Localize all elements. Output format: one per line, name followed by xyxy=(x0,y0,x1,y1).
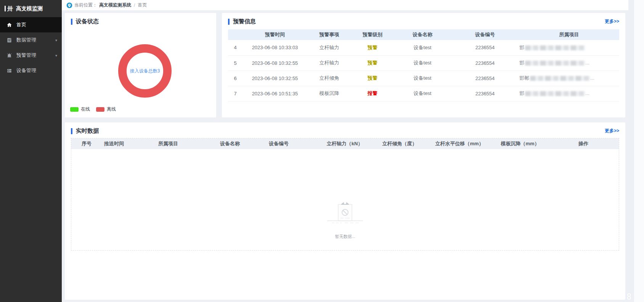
warning-time: 2023-06-08 10:32:55 xyxy=(243,71,307,86)
sidebar-item-label: 数据管理 xyxy=(16,37,36,43)
panel-title-realtime: 实时数据 xyxy=(71,127,99,135)
sidebar-item-label: 首页 xyxy=(16,21,26,28)
breadcrumb-root[interactable]: 高支模监测系统 xyxy=(99,2,131,8)
device-code: 2236554 xyxy=(451,40,519,55)
breadcrumb-separator: / xyxy=(134,3,135,8)
redacted-text xyxy=(525,45,585,50)
donut-center-label: 接入设备总数3 xyxy=(114,40,176,102)
warning-item: 立杆轴力 xyxy=(307,40,351,55)
no-data-icon xyxy=(323,221,367,227)
realtime-panel: 实时数据 更多>> 序号推送时间所属项目设备名称设备编号立杆轴力（kN）立杆倾角… xyxy=(65,122,625,300)
column-header: 立杆水平位移（mm） xyxy=(427,138,492,149)
warning-level: 报警 xyxy=(351,86,394,101)
app-title: 高支模监测 xyxy=(16,5,43,12)
warning-row[interactable]: 62023-06-08 10:32:55立杆倾角预警设备test2236554邯… xyxy=(228,71,619,86)
device-status-panel: 设备状态 接入设备总数3 在线离线 xyxy=(65,13,216,117)
device-name: 设备test xyxy=(394,40,451,55)
warning-level: 预警 xyxy=(351,55,394,71)
column-header: 所属项目 xyxy=(519,29,619,40)
realtime-table-header: 序号推送时间所属项目设备名称设备编号立杆轴力（kN）立杆倾角（度）立杆水平位移（… xyxy=(71,138,619,149)
title-accent-bar xyxy=(71,19,72,25)
title-accent-bar xyxy=(71,128,72,134)
warning-row[interactable]: 52023-06-08 10:32:55立杆轴力预警设备test2236554邯… xyxy=(228,55,619,71)
empty-state: 暂无数据... xyxy=(323,199,367,239)
legend-label: 离线 xyxy=(107,106,116,112)
column-header: 设备名称 xyxy=(218,138,267,149)
warnings-table: 预警时间预警事项预警级别设备名称设备编号所属项目 42023-06-08 10:… xyxy=(228,29,619,101)
row-index: 4 xyxy=(228,40,243,55)
breadcrumb-bar: 当前位置： 高支模监测系统 / 首页 xyxy=(62,0,628,10)
column-header: 预警时间 xyxy=(243,29,307,40)
device-name: 设备test xyxy=(394,86,451,101)
sidebar-item-warning[interactable]: 预警管理▾ xyxy=(0,48,62,63)
row-index: 6 xyxy=(228,71,243,86)
column-header: 模板沉降（mm） xyxy=(492,138,548,149)
redacted-text xyxy=(525,91,585,96)
main-area: 当前位置： 高支模监测系统 / 首页 设备状态 接入设备总数3 xyxy=(62,0,644,302)
chevron-down-icon: ▾ xyxy=(55,53,57,58)
column-header: 设备编号 xyxy=(451,29,519,40)
location-pin-icon xyxy=(66,2,72,8)
donut-legend: 在线离线 xyxy=(70,106,116,112)
legend-swatch xyxy=(96,107,104,112)
chevron-down-icon: ▾ xyxy=(55,38,57,42)
legend-swatch xyxy=(70,107,79,112)
warning-time: 2023-06-08 10:33:03 xyxy=(243,40,307,55)
sidebar-item-home[interactable]: 首页 xyxy=(0,17,62,32)
column-header: 预警级别 xyxy=(351,29,394,40)
sidebar-item-data[interactable]: 数据管理▾ xyxy=(0,32,62,48)
column-header: 操作 xyxy=(548,138,619,149)
warnings-more-link[interactable]: 更多>> xyxy=(605,18,619,25)
panel-title-device-status: 设备状态 xyxy=(71,18,99,25)
device-code: 2236554 xyxy=(451,55,519,71)
column-header: 所属项目 xyxy=(156,138,218,149)
warning-time: 2023-06-08 10:32:55 xyxy=(243,55,307,71)
column-header: 立杆轴力（kN） xyxy=(317,138,373,149)
project-name: 邯... xyxy=(519,55,619,71)
sidebar: 卅 高支模监测 首页数据管理▾预警管理▾设备管理 xyxy=(0,0,62,302)
logo-icon: 卅 xyxy=(5,6,13,11)
warning-row[interactable]: 72023-06-06 10:51:35模板沉降报警设备test2236554邯… xyxy=(228,86,619,101)
column-header: 序号 xyxy=(71,138,102,149)
warning-level: 预警 xyxy=(351,71,394,86)
row-index: 5 xyxy=(228,55,243,71)
watermark: 8 xyxy=(626,292,631,302)
scrollbar-gutter[interactable] xyxy=(634,0,644,302)
column-header: 预警事项 xyxy=(307,29,351,40)
warning-item: 模板沉降 xyxy=(307,86,351,101)
breadcrumb-current[interactable]: 首页 xyxy=(138,2,147,8)
sidebar-menu: 首页数据管理▾预警管理▾设备管理 xyxy=(0,17,62,78)
content: 设备状态 接入设备总数3 在线离线 预警信息 xyxy=(62,10,644,300)
device-icon xyxy=(6,67,13,74)
column-header: 设备名称 xyxy=(394,29,451,40)
sidebar-item-label: 预警管理 xyxy=(16,52,36,59)
device-name: 设备test xyxy=(394,71,451,86)
realtime-table-area: 序号推送时间所属项目设备名称设备编号立杆轴力（kN）立杆倾角（度）立杆水平位移（… xyxy=(71,138,619,251)
legend-item[interactable]: 离线 xyxy=(96,106,116,112)
panel-title-warnings: 预警信息 xyxy=(228,18,256,25)
warning-panel: 预警信息 更多>> 预警时间预警事项预警级别设备名称设备编号所属项目 42023… xyxy=(222,13,625,117)
warning-level: 预警 xyxy=(351,40,394,55)
alarm-icon xyxy=(6,52,13,59)
redacted-text xyxy=(530,76,590,81)
device-code: 2236554 xyxy=(451,71,519,86)
column-header-index xyxy=(228,29,243,40)
realtime-table: 序号推送时间所属项目设备名称设备编号立杆轴力（kN）立杆倾角（度）立杆水平位移（… xyxy=(71,138,619,149)
warnings-table-header: 预警时间预警事项预警级别设备名称设备编号所属项目 xyxy=(228,29,619,40)
realtime-more-link[interactable]: 更多>> xyxy=(605,128,619,134)
warning-item: 立杆倾角 xyxy=(307,71,351,86)
data-icon xyxy=(6,37,13,43)
sidebar-item-device[interactable]: 设备管理 xyxy=(0,63,62,78)
device-code: 2236554 xyxy=(451,86,519,101)
sidebar-item-label: 设备管理 xyxy=(16,67,36,74)
project-name: 邯郸... xyxy=(519,71,619,86)
breadcrumb-prefix: 当前位置： xyxy=(74,2,97,8)
legend-item[interactable]: 在线 xyxy=(70,106,90,112)
warning-row[interactable]: 42023-06-08 10:33:03立杆轴力预警设备test2236554邯 xyxy=(228,40,619,55)
title-accent-bar xyxy=(228,19,230,25)
app-logo: 卅 高支模监测 xyxy=(0,0,62,17)
project-name: 邯 xyxy=(519,40,619,55)
warning-item: 立杆轴力 xyxy=(307,55,351,71)
device-status-donut-chart: 接入设备总数3 xyxy=(114,40,176,102)
home-icon xyxy=(6,22,13,28)
